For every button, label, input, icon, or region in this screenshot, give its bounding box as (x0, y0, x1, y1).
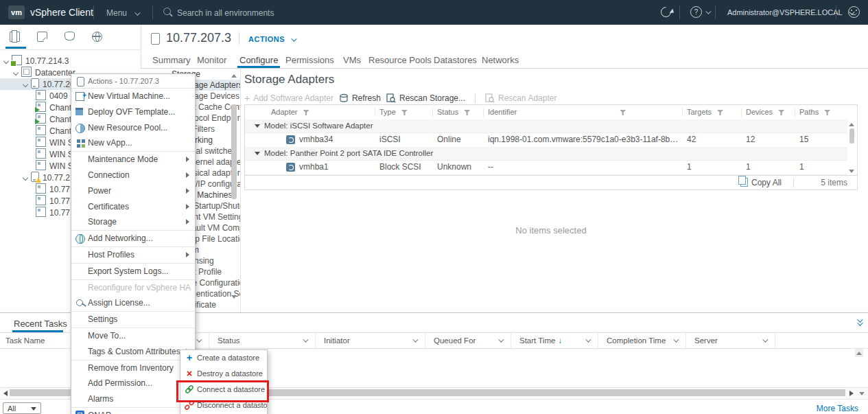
user-menu[interactable]: Administrator@VSPHERE.LOCAL (727, 8, 853, 16)
nav-scrollbar-thumb[interactable] (231, 104, 237, 199)
submenu-item-destroy-datastore[interactable]: × Destroy a datastore (180, 366, 267, 382)
column-header-status[interactable]: Status (433, 105, 484, 119)
column-header-server[interactable]: Server (686, 333, 775, 348)
tab-configure[interactable]: Configure (239, 55, 278, 65)
column-header-targets[interactable]: Targets (683, 105, 742, 119)
rescan-adapter-button[interactable]: Rescan Adapter (485, 93, 556, 103)
column-header-adapter[interactable]: Adapter (271, 105, 375, 119)
table-row-vmhba1[interactable]: vmhba1 Block SCSI Unknown -- 1 1 1 (245, 160, 847, 175)
button-label: Rescan Storage... (399, 93, 465, 103)
menu-item-tags-custom-attributes[interactable]: Tags & Custom Attributes (71, 344, 195, 360)
menu-item-export-system-logs[interactable]: Export System Logs... (71, 263, 195, 279)
panel-chevron-icon[interactable] (859, 392, 865, 395)
menu-item-power[interactable]: Power (71, 183, 195, 199)
menu-item-remove-from-inventory[interactable]: Remove from Inventory (71, 360, 195, 376)
expand-caret-icon[interactable] (23, 82, 28, 87)
collapse-panel-icon[interactable] (857, 319, 861, 326)
nav-scroll-up-icon[interactable] (231, 74, 237, 78)
table-group-row[interactable]: Model: Panther Point 2 port SATA IDE Con… (245, 147, 847, 161)
expand-caret-icon[interactable] (13, 70, 19, 76)
column-header-queued-for[interactable]: Queued For (425, 333, 511, 348)
button-label: Add Software Adapter (253, 93, 333, 103)
column-header-start-time[interactable]: Start Time↓ (511, 333, 598, 348)
filter-icon[interactable] (303, 110, 309, 115)
menu-item-certificates[interactable]: Certificates (71, 199, 195, 215)
menu-label: Menu (106, 8, 127, 18)
menu-item-connection[interactable]: Connection (71, 168, 195, 183)
filter-icon[interactable] (464, 110, 470, 115)
column-header-identifier[interactable]: Identifier (484, 105, 683, 119)
nav-scroll-down-icon[interactable] (231, 295, 237, 299)
hosts-clusters-tab-icon[interactable] (5, 30, 25, 45)
expand-caret-icon[interactable] (3, 58, 9, 64)
divider (475, 93, 476, 103)
task-filter-select[interactable]: All (3, 402, 41, 414)
tab-vms[interactable]: VMs (343, 55, 361, 65)
tab-summary[interactable]: Summary (152, 55, 191, 65)
table-scrollbar-thumb[interactable] (849, 128, 854, 143)
column-header-devices[interactable]: Devices (742, 105, 795, 119)
menu-item-new-virtual-machine[interactable]: New Virtual Machine... (71, 89, 195, 104)
copy-all-button[interactable]: Copy All (740, 178, 782, 187)
filter-icon[interactable] (620, 110, 626, 115)
vms-templates-tab-icon[interactable] (33, 30, 52, 45)
menu-item-maintenance-mode[interactable]: Maintenance Mode (71, 151, 195, 168)
collapse-triangle-icon[interactable] (255, 152, 260, 155)
table-scroll-up-icon[interactable] (849, 123, 854, 126)
table-header: Adapter Type Status Identifier Targets D… (245, 105, 847, 120)
menu-item-assign-license[interactable]: Assign License... (71, 295, 195, 311)
table-scroll-down-icon[interactable] (849, 170, 854, 173)
filter-icon[interactable] (717, 110, 723, 115)
menu-item-move-to[interactable]: Move To... (71, 327, 195, 344)
column-header-type[interactable]: Type (375, 105, 433, 119)
collapse-triangle-icon[interactable] (255, 124, 260, 128)
column-header-initiator[interactable]: Initiator (316, 333, 425, 348)
scroll-left-icon[interactable] (3, 391, 8, 396)
menu-dropdown[interactable]: Menu (106, 8, 139, 18)
tab-permissions[interactable]: Permissions (285, 55, 334, 65)
expand-caret-icon[interactable] (23, 175, 28, 181)
search-icon (163, 8, 171, 15)
tasks-scroll-up[interactable] (855, 349, 863, 357)
rescan-storage-button[interactable]: Rescan Storage... (386, 93, 465, 103)
tab-monitor[interactable]: Monitor (197, 55, 226, 65)
refresh-button[interactable]: Refresh (339, 93, 381, 103)
tab-networks[interactable]: Networks (482, 55, 519, 65)
column-header-completion-time[interactable]: Completion Time (598, 333, 686, 348)
table-group-row[interactable]: Model: iSCSI Software Adapter (245, 119, 847, 133)
chevron-down-icon (303, 336, 308, 342)
submenu-item-create-datastore[interactable]: + Create a datastore (180, 350, 267, 366)
scroll-right-icon[interactable] (849, 391, 854, 396)
filter-icon[interactable] (778, 110, 784, 115)
group-label: Model: iSCSI Software Adapter (264, 122, 373, 130)
new-vm-icon (75, 92, 84, 101)
more-tasks-link[interactable]: More Tasks (817, 404, 858, 413)
refresh-icon[interactable] (659, 5, 673, 19)
menu-item-host-profiles[interactable]: Host Profiles (71, 246, 195, 263)
menu-item-storage[interactable]: Storage (71, 214, 195, 230)
tab-resource-pools[interactable]: Resource Pools (368, 55, 432, 65)
menu-item-qnap[interactable]: QNAP (71, 407, 195, 414)
filter-icon[interactable] (401, 110, 408, 115)
tree-item-vcenter[interactable]: 10.77.214.3 (0, 55, 141, 67)
menu-item-deploy-ovf-template[interactable]: Deploy OVF Template... (71, 104, 195, 120)
host-icon (31, 172, 39, 182)
actions-button[interactable]: ACTIONS (248, 35, 295, 43)
search-input[interactable]: Search in all environments (177, 8, 274, 18)
menu-item-settings[interactable]: Settings (71, 311, 195, 327)
column-header-status[interactable]: Status (209, 333, 316, 348)
filter-icon[interactable] (824, 110, 830, 115)
menu-item-new-vapp[interactable]: New vApp... (71, 135, 195, 151)
submenu-arrow-icon (186, 252, 189, 257)
tab-recent-tasks[interactable]: Recent Tasks (14, 319, 67, 329)
menu-item-add-networking[interactable]: Add Networking... (71, 230, 195, 246)
networking-tab-icon[interactable] (88, 30, 107, 45)
button-label: Rescan Adapter (498, 93, 556, 103)
storage-tab-icon[interactable] (60, 30, 80, 45)
feedback-smiley-icon[interactable] (848, 6, 860, 18)
tab-datastores[interactable]: Datastores (434, 55, 477, 65)
menu-item-new-resource-pool[interactable]: New Resource Pool... (71, 120, 195, 136)
table-row-vmhba34[interactable]: vmhba34 iSCSI Online iqn.1998-01.com.vmw… (245, 133, 847, 148)
add-software-adapter-button[interactable]: + Add Software Adapter (244, 93, 333, 103)
column-header-paths[interactable]: Paths (795, 105, 847, 119)
